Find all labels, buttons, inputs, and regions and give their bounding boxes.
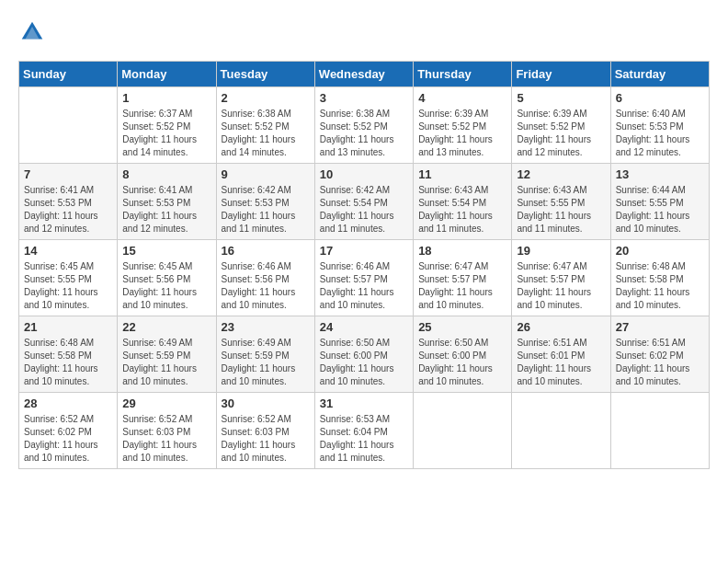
day-number: 13	[616, 167, 704, 181]
calendar-week-0: 1Sunrise: 6:37 AMSunset: 5:52 PMDaylight…	[19, 87, 710, 164]
calendar-cell: 5Sunrise: 6:39 AMSunset: 5:52 PMDaylight…	[512, 87, 610, 164]
day-info: Sunrise: 6:44 AMSunset: 5:55 PMDaylight:…	[616, 184, 704, 236]
day-info: Sunrise: 6:52 AMSunset: 6:02 PMDaylight:…	[24, 413, 112, 465]
day-number: 9	[222, 167, 310, 181]
day-number: 25	[418, 320, 506, 334]
day-info: Sunrise: 6:37 AMSunset: 5:52 PMDaylight:…	[122, 108, 210, 159]
day-number: 1	[122, 91, 210, 105]
calendar-week-2: 14Sunrise: 6:45 AMSunset: 5:55 PMDayligh…	[19, 240, 710, 316]
day-number: 26	[517, 320, 605, 334]
calendar-cell	[610, 393, 709, 469]
calendar-cell: 2Sunrise: 6:38 AMSunset: 5:52 PMDaylight…	[216, 87, 314, 164]
calendar-week-4: 28Sunrise: 6:52 AMSunset: 6:02 PMDayligh…	[19, 393, 710, 469]
logo-icon	[18, 18, 46, 46]
calendar-header-row: SundayMondayTuesdayWednesdayThursdayFrid…	[19, 62, 710, 87]
day-number: 29	[122, 396, 210, 410]
calendar-cell: 27Sunrise: 6:51 AMSunset: 6:02 PMDayligh…	[610, 316, 709, 393]
day-info: Sunrise: 6:47 AMSunset: 5:57 PMDaylight:…	[517, 260, 605, 312]
calendar-cell: 19Sunrise: 6:47 AMSunset: 5:57 PMDayligh…	[512, 240, 610, 316]
day-number: 8	[122, 167, 210, 181]
day-number: 7	[24, 167, 112, 181]
day-info: Sunrise: 6:48 AMSunset: 5:58 PMDaylight:…	[24, 337, 112, 388]
calendar-cell: 13Sunrise: 6:44 AMSunset: 5:55 PMDayligh…	[610, 164, 709, 240]
day-info: Sunrise: 6:41 AMSunset: 5:53 PMDaylight:…	[24, 184, 112, 236]
day-info: Sunrise: 6:43 AMSunset: 5:55 PMDaylight:…	[517, 184, 605, 236]
day-info: Sunrise: 6:45 AMSunset: 5:55 PMDaylight:…	[24, 260, 112, 312]
header-monday: Monday	[118, 62, 216, 87]
day-info: Sunrise: 6:51 AMSunset: 6:02 PMDaylight:…	[616, 337, 704, 388]
calendar-cell: 4Sunrise: 6:39 AMSunset: 5:52 PMDaylight…	[414, 87, 512, 164]
day-number: 6	[616, 91, 704, 105]
calendar-cell: 17Sunrise: 6:46 AMSunset: 5:57 PMDayligh…	[314, 240, 413, 316]
day-info: Sunrise: 6:51 AMSunset: 6:01 PMDaylight:…	[517, 337, 605, 388]
day-number: 10	[320, 167, 408, 181]
day-number: 22	[122, 320, 210, 334]
calendar-cell: 26Sunrise: 6:51 AMSunset: 6:01 PMDayligh…	[512, 316, 610, 393]
day-info: Sunrise: 6:42 AMSunset: 5:53 PMDaylight:…	[222, 184, 310, 236]
day-info: Sunrise: 6:43 AMSunset: 5:54 PMDaylight:…	[418, 184, 506, 236]
day-number: 3	[320, 91, 408, 105]
day-number: 31	[320, 396, 408, 410]
calendar-cell	[414, 393, 512, 469]
day-number: 18	[418, 244, 506, 258]
day-info: Sunrise: 6:42 AMSunset: 5:54 PMDaylight:…	[320, 184, 408, 236]
header-saturday: Saturday	[610, 62, 709, 87]
calendar-table: SundayMondayTuesdayWednesdayThursdayFrid…	[18, 61, 710, 469]
calendar-cell: 24Sunrise: 6:50 AMSunset: 6:00 PMDayligh…	[314, 316, 413, 393]
day-number: 2	[222, 91, 310, 105]
calendar-cell	[19, 87, 118, 164]
day-info: Sunrise: 6:53 AMSunset: 6:04 PMDaylight:…	[320, 413, 408, 465]
day-info: Sunrise: 6:41 AMSunset: 5:53 PMDaylight:…	[122, 184, 210, 236]
calendar-cell: 9Sunrise: 6:42 AMSunset: 5:53 PMDaylight…	[216, 164, 314, 240]
calendar-cell: 10Sunrise: 6:42 AMSunset: 5:54 PMDayligh…	[314, 164, 413, 240]
header-tuesday: Tuesday	[216, 62, 314, 87]
calendar-cell: 7Sunrise: 6:41 AMSunset: 5:53 PMDaylight…	[19, 164, 118, 240]
day-info: Sunrise: 6:38 AMSunset: 5:52 PMDaylight:…	[222, 108, 310, 159]
day-number: 17	[320, 244, 408, 258]
calendar-cell	[512, 393, 610, 469]
header-sunday: Sunday	[19, 62, 118, 87]
day-number: 14	[24, 244, 112, 258]
day-info: Sunrise: 6:49 AMSunset: 5:59 PMDaylight:…	[222, 337, 310, 388]
page-header	[18, 18, 710, 46]
calendar-cell: 12Sunrise: 6:43 AMSunset: 5:55 PMDayligh…	[512, 164, 610, 240]
day-info: Sunrise: 6:50 AMSunset: 6:00 PMDaylight:…	[418, 337, 506, 388]
day-info: Sunrise: 6:39 AMSunset: 5:52 PMDaylight:…	[517, 108, 605, 159]
day-number: 23	[222, 320, 310, 334]
day-info: Sunrise: 6:50 AMSunset: 6:00 PMDaylight:…	[320, 337, 408, 388]
calendar-week-3: 21Sunrise: 6:48 AMSunset: 5:58 PMDayligh…	[19, 316, 710, 393]
header-thursday: Thursday	[414, 62, 512, 87]
day-number: 30	[222, 396, 310, 410]
day-info: Sunrise: 6:52 AMSunset: 6:03 PMDaylight:…	[122, 413, 210, 465]
day-info: Sunrise: 6:45 AMSunset: 5:56 PMDaylight:…	[122, 260, 210, 312]
calendar-cell: 14Sunrise: 6:45 AMSunset: 5:55 PMDayligh…	[19, 240, 118, 316]
day-number: 11	[418, 167, 506, 181]
header-friday: Friday	[512, 62, 610, 87]
calendar-cell: 11Sunrise: 6:43 AMSunset: 5:54 PMDayligh…	[414, 164, 512, 240]
day-number: 16	[222, 244, 310, 258]
calendar-cell: 23Sunrise: 6:49 AMSunset: 5:59 PMDayligh…	[216, 316, 314, 393]
day-info: Sunrise: 6:46 AMSunset: 5:57 PMDaylight:…	[320, 260, 408, 312]
day-number: 20	[616, 244, 704, 258]
day-number: 15	[122, 244, 210, 258]
day-number: 4	[418, 91, 506, 105]
logo	[18, 18, 51, 46]
calendar-cell: 29Sunrise: 6:52 AMSunset: 6:03 PMDayligh…	[118, 393, 216, 469]
calendar-cell: 6Sunrise: 6:40 AMSunset: 5:53 PMDaylight…	[610, 87, 709, 164]
calendar-cell: 22Sunrise: 6:49 AMSunset: 5:59 PMDayligh…	[118, 316, 216, 393]
calendar-cell: 28Sunrise: 6:52 AMSunset: 6:02 PMDayligh…	[19, 393, 118, 469]
header-wednesday: Wednesday	[314, 62, 413, 87]
calendar-cell: 31Sunrise: 6:53 AMSunset: 6:04 PMDayligh…	[314, 393, 413, 469]
day-info: Sunrise: 6:47 AMSunset: 5:57 PMDaylight:…	[418, 260, 506, 312]
day-info: Sunrise: 6:40 AMSunset: 5:53 PMDaylight:…	[616, 108, 704, 159]
calendar-cell: 16Sunrise: 6:46 AMSunset: 5:56 PMDayligh…	[216, 240, 314, 316]
day-info: Sunrise: 6:48 AMSunset: 5:58 PMDaylight:…	[616, 260, 704, 312]
calendar-cell: 18Sunrise: 6:47 AMSunset: 5:57 PMDayligh…	[414, 240, 512, 316]
day-info: Sunrise: 6:49 AMSunset: 5:59 PMDaylight:…	[122, 337, 210, 388]
day-number: 12	[517, 167, 605, 181]
calendar-cell: 1Sunrise: 6:37 AMSunset: 5:52 PMDaylight…	[118, 87, 216, 164]
day-info: Sunrise: 6:46 AMSunset: 5:56 PMDaylight:…	[222, 260, 310, 312]
day-info: Sunrise: 6:38 AMSunset: 5:52 PMDaylight:…	[320, 108, 408, 159]
calendar-cell: 30Sunrise: 6:52 AMSunset: 6:03 PMDayligh…	[216, 393, 314, 469]
calendar-cell: 3Sunrise: 6:38 AMSunset: 5:52 PMDaylight…	[314, 87, 413, 164]
